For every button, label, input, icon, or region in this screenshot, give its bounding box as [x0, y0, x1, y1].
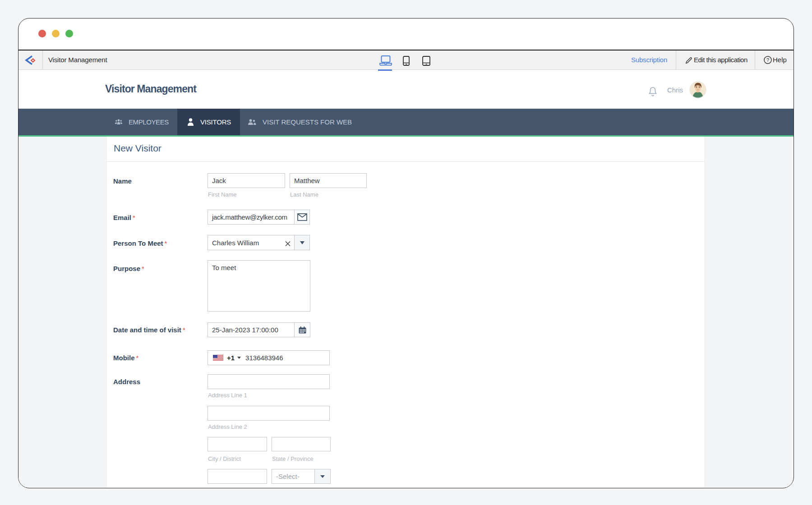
svg-text:?: ? — [766, 57, 769, 63]
